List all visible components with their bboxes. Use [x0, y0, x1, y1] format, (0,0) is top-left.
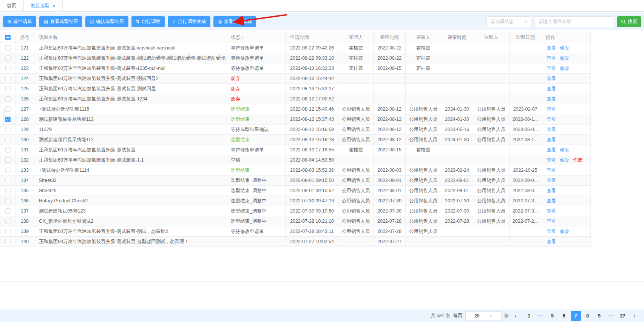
- next-page-button[interactable]: ›: [630, 311, 639, 321]
- more-pages-icon[interactable]: ···: [606, 311, 616, 321]
- more-pages-icon[interactable]: ···: [536, 311, 546, 321]
- table-row: 131 正和集团60万吨年汽油加氢装置升级-测试装置-- 等待修改申请单 202…: [0, 145, 591, 155]
- selector: [473, 226, 510, 237]
- view-link[interactable]: 查看: [547, 147, 556, 153]
- edit-link[interactable]: 修改: [560, 157, 569, 163]
- view-link[interactable]: 查看: [547, 178, 556, 183]
- acceptor: 霍桂霞: [338, 43, 374, 53]
- status-badge: 等待修改申请单: [226, 43, 286, 53]
- tab-close-icon[interactable]: ×: [53, 3, 56, 9]
- view-link[interactable]: 查看: [547, 188, 556, 193]
- self-adjust-complete-button[interactable]: ✓ 自行调整完成: [168, 16, 210, 27]
- row-checkbox[interactable]: [5, 86, 11, 91]
- page-button-9[interactable]: 9: [594, 311, 604, 321]
- view-link[interactable]: 查看: [547, 157, 556, 163]
- page-size-select[interactable]: 20 ∨: [465, 311, 502, 320]
- view-business-flow-button[interactable]: ◎ 查看业务流程: [213, 16, 256, 27]
- row-checkbox[interactable]: [5, 239, 11, 244]
- row-checkbox[interactable]: [5, 76, 11, 81]
- search-button[interactable]: 搜索: [617, 16, 641, 27]
- row-checkbox[interactable]: [5, 137, 11, 142]
- review-time: [441, 53, 473, 63]
- view-link[interactable]: 查看: [547, 96, 556, 102]
- eye-icon: ◎: [218, 19, 222, 24]
- edit-link[interactable]: 修改: [560, 66, 569, 71]
- apply-time: 2022-07-30 09:47:19: [286, 196, 338, 206]
- tab-initiate-selection[interactable]: 发起选型 ×: [23, 0, 63, 11]
- view-link[interactable]: 查看: [547, 239, 556, 244]
- select-all-checkbox[interactable]: [5, 35, 11, 40]
- review-time: 2024-01-30: [441, 135, 473, 145]
- edit-link[interactable]: 修改: [560, 147, 569, 153]
- row-checkbox[interactable]: [5, 147, 11, 153]
- row-actions: 查看: [541, 216, 591, 226]
- view-link[interactable]: 查看: [547, 208, 556, 214]
- view-link[interactable]: 查看: [547, 219, 556, 224]
- reviewer: 公用销售人员: [406, 135, 441, 145]
- edit-link[interactable]: 修改: [560, 45, 569, 51]
- view-link[interactable]: 查看: [547, 66, 556, 71]
- row-checkbox[interactable]: [5, 157, 11, 163]
- row-checkbox[interactable]: [5, 127, 11, 132]
- col-seq: 序号: [15, 32, 34, 43]
- view-link[interactable]: 查看: [547, 76, 556, 81]
- void-link[interactable]: 作废: [573, 157, 582, 163]
- row-checkbox[interactable]: [5, 106, 11, 112]
- view-link[interactable]: 查看: [547, 137, 556, 142]
- review-time: [441, 94, 473, 104]
- row-checkbox[interactable]: [5, 219, 11, 224]
- row-checkbox[interactable]: [5, 178, 11, 183]
- apply-time: 2022-07-28 08:43:11: [286, 226, 338, 237]
- status-filter-caret-icon[interactable]: ∨: [241, 36, 244, 40]
- accept-time: 2022-07-28: [374, 226, 406, 237]
- page-button-8[interactable]: 8: [582, 311, 593, 321]
- edit-link[interactable]: 修改: [560, 229, 569, 234]
- create-request-button[interactable]: ⊕ 建申请单: [3, 16, 36, 27]
- view-link[interactable]: 查看: [547, 229, 556, 234]
- page-button-7[interactable]: 7: [571, 311, 581, 321]
- view-link[interactable]: 查看: [547, 86, 556, 91]
- page-button-1[interactable]: 1: [524, 311, 534, 321]
- self-adjust-button[interactable]: ⇅ 自行调整: [131, 16, 165, 27]
- row-checkbox[interactable]: [5, 117, 11, 122]
- prev-page-button[interactable]: ‹: [511, 311, 520, 321]
- row-checkbox[interactable]: [5, 96, 11, 102]
- pager: 1···56789···27: [524, 311, 628, 321]
- review-time: 2024-01-30: [441, 104, 473, 114]
- drawer-handle[interactable]: [0, 108, 3, 127]
- edit-link[interactable]: 修改: [560, 55, 569, 61]
- view-link[interactable]: 查看: [547, 198, 556, 203]
- status-badge: 选型结束_调整中: [226, 216, 286, 226]
- project-name: 测试新建项目0506123: [34, 206, 226, 216]
- row-checkbox[interactable]: [5, 198, 11, 203]
- row-checkbox[interactable]: [5, 208, 11, 214]
- view-link[interactable]: 查看: [547, 106, 556, 112]
- table-row: 133 +测试待办选型功能1114 选型结束 2022-08-03 15:52:…: [0, 165, 591, 176]
- page-button-6[interactable]: 6: [559, 311, 569, 321]
- row-checkbox[interactable]: [5, 66, 11, 71]
- tab-home[interactable]: 首页: [0, 0, 23, 11]
- row-checkbox[interactable]: [5, 188, 11, 193]
- view-link[interactable]: 查看: [547, 55, 556, 61]
- view-link[interactable]: 查看: [547, 168, 556, 173]
- apply-time: 2022-08-03 15:52:36: [286, 165, 338, 176]
- selection-table: 序号 项目名称 状态∨ 申请时间 受理人 受理时间 评审人 评审时间 选型人 选…: [0, 32, 590, 247]
- confirm-selection-result-button[interactable]: ☑ 确认选型结果: [85, 16, 128, 27]
- row-checkbox[interactable]: [5, 168, 11, 173]
- view-link[interactable]: 查看: [547, 127, 556, 132]
- view-selection-result-button[interactable]: ▤ 查看选型结果: [39, 16, 82, 27]
- col-status[interactable]: 状态∨: [226, 32, 286, 43]
- pagination-bar: 共 531 条 每页 20 ∨ 条 ‹ 1···56789···27 ›: [0, 310, 644, 322]
- acceptor: 公用销售人员: [338, 135, 374, 145]
- row-checkbox[interactable]: [5, 45, 11, 51]
- view-link[interactable]: 查看: [547, 117, 556, 122]
- status-select[interactable]: 请选择状态 ∨: [486, 16, 531, 27]
- selector: [473, 74, 510, 84]
- project-name-input[interactable]: [534, 16, 614, 27]
- view-link[interactable]: 查看: [547, 45, 556, 51]
- row-checkbox[interactable]: [5, 55, 11, 61]
- row-seq: 122: [15, 53, 34, 63]
- page-button-5[interactable]: 5: [547, 311, 558, 321]
- row-checkbox[interactable]: [5, 229, 11, 234]
- page-button-27[interactable]: 27: [618, 311, 628, 321]
